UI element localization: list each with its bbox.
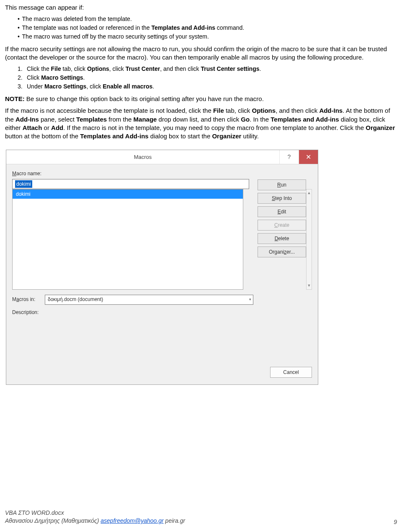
para-bold: Templates and Add-ins bbox=[271, 116, 339, 123]
edit-button[interactable]: Edit bbox=[258, 206, 306, 217]
listbox-scrollbar[interactable]: ▲ ▼ bbox=[306, 189, 312, 290]
step-text: . bbox=[83, 74, 85, 81]
macro-name-label: Macro name: bbox=[12, 170, 312, 177]
btn-label: un bbox=[281, 182, 286, 188]
step-text: , and then click bbox=[160, 65, 201, 72]
para-text: utility. bbox=[241, 132, 258, 140]
macros-dialog: Macros ? ✕ Macro name: dokimi dokimi ▲ ▼ bbox=[6, 150, 318, 384]
para-bold: Go bbox=[241, 116, 250, 123]
step-number: 3. bbox=[18, 83, 27, 91]
btn-label: reate bbox=[278, 222, 289, 228]
para-text: tab, click bbox=[224, 107, 252, 114]
close-icon[interactable]: ✕ bbox=[299, 150, 318, 164]
para-bold: Organizer bbox=[212, 132, 241, 140]
btn-label: elete bbox=[278, 235, 289, 242]
combo-value: δοκιμή.docm (document) bbox=[48, 296, 103, 303]
para-bold: Manage bbox=[134, 116, 157, 123]
step-text: Under bbox=[27, 83, 44, 90]
btn-hotkey: E bbox=[278, 208, 281, 215]
footer-filename: VBA ΣΤΟ WORD.docx bbox=[5, 509, 185, 517]
step-bold: Trust Center settings bbox=[201, 65, 259, 72]
para-text: drop down list, and then click bbox=[157, 116, 241, 123]
label-text: cros in: bbox=[19, 296, 36, 302]
bullet-list: The macro was deleted from the template.… bbox=[18, 15, 397, 41]
footer-email-link[interactable]: asepfreedom@yahoo.gr bbox=[100, 517, 163, 524]
step-bold: Macro Settings bbox=[44, 83, 86, 90]
intro-text: This message can appear if: bbox=[5, 3, 397, 12]
btn-label: dit bbox=[281, 208, 286, 215]
paragraph: If the macro is not accessible because t… bbox=[5, 106, 397, 140]
description-area bbox=[12, 318, 313, 364]
bullet-item: The template was not loaded or reference… bbox=[18, 24, 397, 32]
para-text: , and then click bbox=[276, 107, 319, 114]
btn-hotkey: R bbox=[277, 182, 281, 188]
step-text: , click bbox=[109, 65, 126, 72]
cancel-button[interactable]: Cancel bbox=[270, 367, 312, 378]
step-text: Click the bbox=[27, 65, 51, 72]
chevron-down-icon: ▾ bbox=[249, 297, 251, 302]
step-bold: Options bbox=[87, 65, 109, 72]
para-text: . If the macro is not in the template, y… bbox=[63, 124, 366, 131]
description-label: Description: bbox=[12, 309, 312, 316]
step-text: , click bbox=[86, 83, 103, 90]
step-text: tab, click bbox=[61, 65, 87, 72]
btn-hotkey: S bbox=[272, 195, 275, 202]
scroll-down-icon[interactable]: ▼ bbox=[307, 282, 311, 289]
list-item[interactable]: dokimi bbox=[13, 189, 243, 199]
bullet-text: command. bbox=[215, 24, 244, 31]
paragraph: If the macro security settings are not a… bbox=[5, 45, 397, 62]
label-text: M bbox=[12, 296, 16, 302]
para-text: . In the bbox=[250, 116, 271, 123]
para-text: from the bbox=[107, 116, 133, 123]
para-bold: Add-Ins bbox=[15, 116, 39, 123]
create-button[interactable]: Create bbox=[258, 220, 306, 231]
delete-button[interactable]: Delete bbox=[258, 233, 306, 244]
step-bold: File bbox=[51, 65, 61, 72]
macros-in-combobox[interactable]: δοκιμή.docm (document) ▾ bbox=[45, 295, 253, 305]
para-text: If the macro is not accessible because t… bbox=[5, 107, 213, 114]
organizer-button[interactable]: Organizer... bbox=[258, 247, 306, 257]
para-bold: Options bbox=[252, 107, 276, 114]
label-hotkey: a bbox=[16, 296, 19, 302]
step-bold: Enable all macros bbox=[103, 83, 152, 90]
step-bold: Trust Center bbox=[126, 65, 160, 72]
bullet-text: The macro was deleted from the template. bbox=[22, 16, 132, 22]
para-bold: Attach bbox=[23, 124, 42, 131]
page-footer: VBA ΣΤΟ WORD.docx Αθανασίου Δημήτρης (Μα… bbox=[5, 509, 397, 525]
bullet-item: The macro was turned off by the macro se… bbox=[18, 33, 397, 41]
step-text: Click bbox=[27, 74, 41, 81]
btn-hotkey: D bbox=[275, 235, 278, 242]
dialog-titlebar[interactable]: Macros ? ✕ bbox=[6, 150, 318, 164]
label-text: acro name: bbox=[16, 171, 41, 176]
para-text: pane, select bbox=[39, 116, 76, 123]
para-bold: Templates bbox=[76, 116, 107, 123]
macro-name-input[interactable]: dokimi bbox=[12, 179, 249, 189]
step-text: . bbox=[260, 65, 261, 72]
para-text: or bbox=[42, 124, 51, 131]
run-button[interactable]: Run bbox=[258, 179, 306, 190]
step-into-button[interactable]: Step Into bbox=[258, 193, 306, 204]
bullet-text: The macro was turned off by the macro se… bbox=[22, 33, 209, 40]
footer-author: Αθανασίου Δημήτρης (Μαθηματικός) bbox=[5, 517, 100, 524]
step-number: 1. bbox=[18, 65, 27, 73]
help-icon[interactable]: ? bbox=[279, 150, 299, 164]
para-bold: File bbox=[213, 107, 224, 114]
note-text: Be sure to change this option back to it… bbox=[25, 95, 264, 102]
macros-in-label: Macros in: bbox=[12, 296, 41, 303]
bullet-text: The template was not loaded or reference… bbox=[22, 24, 152, 31]
bullet-item: The macro was deleted from the template. bbox=[18, 15, 397, 23]
note: NOTE: Be sure to change this option back… bbox=[5, 95, 397, 103]
macro-listbox[interactable]: dokimi bbox=[12, 189, 243, 290]
note-label: NOTE: bbox=[5, 95, 25, 102]
scroll-up-icon[interactable]: ▲ bbox=[307, 189, 311, 196]
step-item: 1.Click the File tab, click Options, cli… bbox=[18, 65, 397, 73]
para-bold: Add bbox=[51, 124, 63, 131]
para-bold: Organizer bbox=[366, 124, 395, 131]
step-number: 2. bbox=[18, 74, 27, 82]
footer-site: peira.gr bbox=[164, 517, 185, 524]
para-bold: Templates and Add-ins bbox=[80, 132, 148, 140]
btn-label: Organi bbox=[269, 249, 284, 255]
bullet-bold: Templates and Add-ins bbox=[152, 24, 215, 31]
step-bold: Macro Settings bbox=[41, 74, 83, 81]
page-number: 9 bbox=[394, 519, 397, 525]
